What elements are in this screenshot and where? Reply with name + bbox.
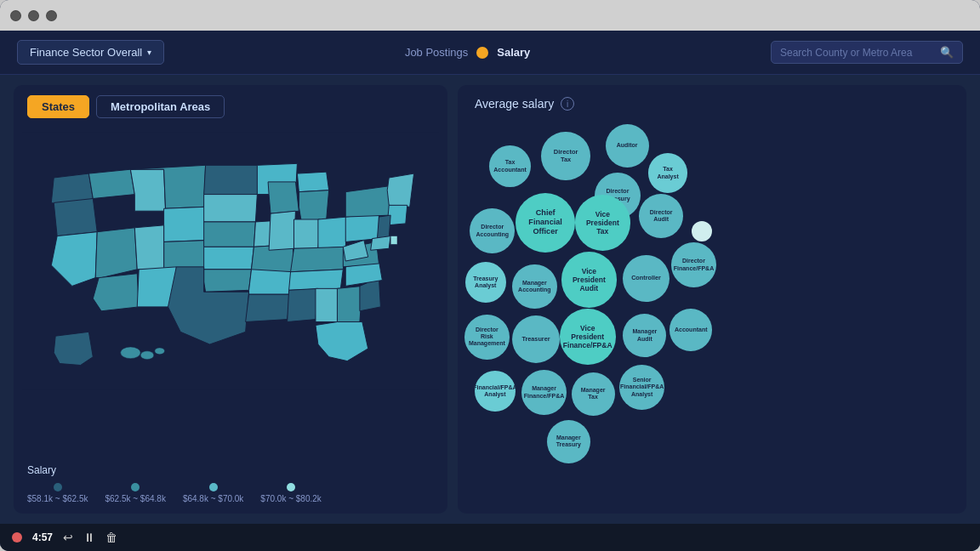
svg-marker-47 xyxy=(54,332,93,365)
bubble-senior-fp[interactable]: Senior Financial/FP&A Analyst xyxy=(619,365,664,410)
bubble-label-manager-tax: Manager Tax xyxy=(579,385,607,403)
salary-toggle-dot[interactable] xyxy=(476,47,488,59)
info-icon[interactable]: i xyxy=(561,97,574,111)
bubble-director-audit[interactable]: Director Audit xyxy=(639,194,683,238)
bubble-manager-tax[interactable]: Manager Tax xyxy=(572,372,615,416)
bubble-director-tax[interactable]: Director Tax xyxy=(541,132,590,181)
traffic-maximize[interactable] xyxy=(46,10,57,21)
bubble-dot1[interactable] xyxy=(692,221,712,241)
bubble-tax-analyst[interactable]: Tax Analyst xyxy=(648,153,687,192)
chevron-down-icon: ▾ xyxy=(147,48,151,57)
bubble-cfo[interactable]: Chief Financial Officer xyxy=(516,193,575,253)
svg-marker-33 xyxy=(316,288,340,321)
legend-item-1: $58.1k ~ $62.5k xyxy=(27,483,88,503)
svg-marker-27 xyxy=(299,190,328,222)
salary-bubble-panel: Average salary i AuditorDirector TaxTax … xyxy=(458,85,966,514)
bubble-accountant[interactable]: Accountant xyxy=(669,309,712,351)
traffic-minimize[interactable] xyxy=(28,10,39,21)
bubble-treasurer[interactable]: Treasurer xyxy=(512,315,560,363)
bubble-director-accounting[interactable]: Director Accounting xyxy=(470,208,515,253)
sector-dropdown[interactable]: Finance Sector Overall ▾ xyxy=(17,40,164,65)
legend-range-2: $62.5k ~ $64.8k xyxy=(105,494,165,503)
bubble-director-risk[interactable]: Director Risk Management xyxy=(464,315,510,360)
bubble-label-director-audit: Director Audit xyxy=(648,207,675,225)
bubble-label-tax-analyst: Tax Analyst xyxy=(655,164,680,182)
legend-range-3: $64.8k ~ $70.0k xyxy=(183,494,243,503)
bubble-auditor[interactable]: Auditor xyxy=(606,124,649,168)
svg-marker-28 xyxy=(293,219,320,248)
bubble-label-auditor: Auditor xyxy=(615,140,640,151)
bubble-controller[interactable]: Controller xyxy=(623,255,670,303)
svg-rect-46 xyxy=(390,236,397,245)
us-map[interactable] xyxy=(22,125,439,397)
app-window: Finance Sector Overall ▾ Job Postings Sa… xyxy=(0,0,980,551)
bubble-manager-audit[interactable]: Manager Audit xyxy=(623,314,666,357)
svg-marker-3 xyxy=(54,199,97,236)
states-tab[interactable]: States xyxy=(27,95,89,118)
legend-dot-1 xyxy=(54,483,62,491)
legend-dot-2 xyxy=(131,483,140,491)
bubble-financial-analyst[interactable]: Financial/FP&A Analyst xyxy=(475,371,516,412)
bubble-vp-tax[interactable]: Vice President Tax xyxy=(575,195,631,251)
bubble-label-cfo: Chief Financial Officer xyxy=(527,207,564,238)
app-content: Finance Sector Overall ▾ Job Postings Sa… xyxy=(0,31,980,551)
search-box: 🔍 xyxy=(771,41,963,64)
svg-marker-24 xyxy=(268,182,299,213)
time-display: 4:57 xyxy=(32,531,53,543)
bubble-tax-accountant[interactable]: Tax Accountant xyxy=(489,145,532,188)
bubble-vp-audit[interactable]: Vice President Audit xyxy=(561,252,618,308)
salary-legend: Salary $58.1k ~ $62.5k $62.5k ~ $64.8k xyxy=(14,457,447,514)
svg-marker-9 xyxy=(164,241,210,270)
bubble-manager-finance[interactable]: Manager Finance/FP&A xyxy=(521,370,567,415)
svg-marker-2 xyxy=(88,169,134,198)
svg-marker-14 xyxy=(204,195,258,222)
bubble-label-tax-accountant: Tax Accountant xyxy=(492,157,528,175)
svg-marker-26 xyxy=(297,172,328,192)
pause-button[interactable]: ⏸ xyxy=(83,531,95,544)
svg-marker-8 xyxy=(164,207,206,241)
bubble-label-director-risk: Director Risk Management xyxy=(467,325,507,349)
bottom-bar: 4:57 ↩ ⏸ 🗑 xyxy=(0,524,980,551)
svg-marker-16 xyxy=(204,247,254,269)
bubble-treasury-analyst[interactable]: Treasury Analyst xyxy=(465,262,506,303)
legend-items: $58.1k ~ $62.5k $62.5k ~ $64.8k $64.8k ~… xyxy=(27,483,434,503)
search-input[interactable] xyxy=(780,47,933,59)
main-panels: States Metropolitan Areas xyxy=(0,75,980,524)
bubble-label-controller: Controller xyxy=(630,273,663,284)
svg-marker-41 xyxy=(345,186,390,217)
legend-item-4: $70.0k ~ $80.2k xyxy=(260,483,321,503)
svg-marker-44 xyxy=(377,215,390,238)
bubbles-container: AuditorDirector TaxTax AccountantDirecto… xyxy=(458,117,966,514)
svg-marker-25 xyxy=(269,211,295,250)
traffic-close[interactable] xyxy=(10,10,21,21)
bubble-label-accountant: Accountant xyxy=(673,325,709,335)
bubble-manager-accounting[interactable]: Manager Accounting xyxy=(512,264,557,310)
bubble-label-vp-finance: Vice President Finance/FP&A xyxy=(561,322,614,352)
bubble-director-fp[interactable]: Director Finance/FP&A xyxy=(671,242,716,287)
legend-range-4: $70.0k ~ $80.2k xyxy=(260,494,321,503)
svg-marker-32 xyxy=(288,288,318,321)
toggle-group: Job Postings Salary xyxy=(181,46,754,59)
bubble-vp-finance[interactable]: Vice President Finance/FP&A xyxy=(560,309,616,365)
svg-marker-5 xyxy=(95,228,137,278)
rewind-button[interactable]: ↩ xyxy=(63,531,73,544)
job-postings-label: Job Postings xyxy=(405,46,468,59)
search-icon: 🔍 xyxy=(940,46,954,59)
record-indicator xyxy=(12,532,22,542)
title-bar xyxy=(0,0,980,31)
bubble-label-treasurer: Treasurer xyxy=(520,334,551,345)
legend-dot-4 xyxy=(287,483,295,491)
svg-marker-30 xyxy=(291,247,346,271)
svg-marker-15 xyxy=(204,222,256,247)
map-panel-header: States Metropolitan Areas xyxy=(14,85,447,125)
legend-range-1: $58.1k ~ $62.5k xyxy=(27,494,88,503)
bubble-label-financial-analyst: Financial/FP&A Analyst xyxy=(471,383,518,400)
legend-dot-3 xyxy=(209,483,218,491)
bubble-label-director-accounting: Director Accounting xyxy=(475,222,511,240)
bubble-manager-treasury[interactable]: Manager Treasury xyxy=(547,420,590,463)
legend-item-2: $62.5k ~ $64.8k xyxy=(105,483,165,503)
bubble-label-treasury-analyst: Treasury Analyst xyxy=(471,274,499,292)
metro-tab[interactable]: Metropolitan Areas xyxy=(96,95,225,118)
delete-button[interactable]: 🗑 xyxy=(105,531,117,544)
top-bar: Finance Sector Overall ▾ Job Postings Sa… xyxy=(0,31,980,75)
